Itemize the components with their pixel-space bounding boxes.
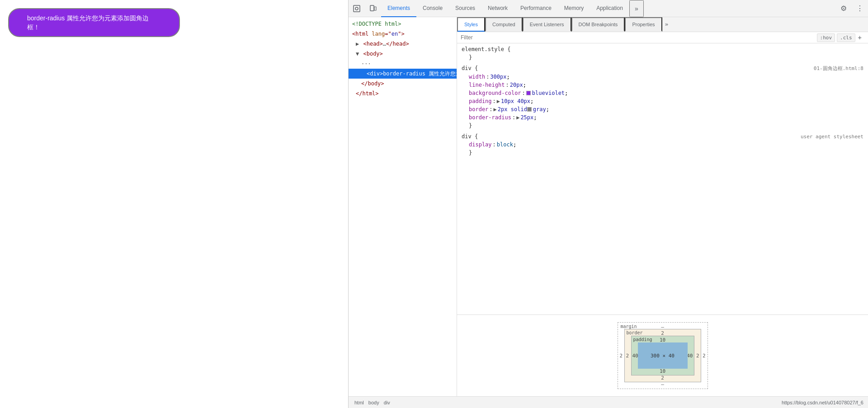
filter-hov-btn[interactable]: :hov: [817, 33, 835, 42]
tab-network[interactable]: Network: [481, 0, 514, 17]
rule-div: div { 01-圆角边框.html:8 width: 300px; line-…: [457, 65, 868, 130]
tab-sources[interactable]: Sources: [449, 0, 481, 17]
devtools-tabs: Elements Console Sources Network Perform…: [381, 0, 835, 17]
breadcrumb-body[interactable]: body: [367, 400, 381, 405]
prop-width: width: 300px;: [462, 73, 863, 81]
demo-text: border-radius 属性允许您为元素添加圆角边框！: [27, 14, 149, 31]
padding-expand-arrow[interactable]: ▶: [497, 97, 500, 105]
content-box: 300 × 40: [638, 342, 688, 369]
tab-properties[interactable]: Properties: [625, 17, 662, 32]
prop-border: border: ▶ 2px solid gray;: [462, 105, 863, 113]
border-box: border 2 2 2 2 padding 10 10 40 40: [624, 329, 701, 382]
devtools-toolbar: Elements Console Sources Network Perform…: [349, 0, 868, 17]
devtools-bottom: html body div https://blog.csdn.net/u014…: [349, 396, 868, 408]
prop-line-height: line-height: 20px;: [462, 81, 863, 89]
main-content: border-radius 属性允许您为元素添加圆角边框！: [0, 0, 348, 408]
border-radius-expand-arrow[interactable]: ▶: [516, 113, 519, 122]
svg-point-1: [355, 7, 358, 10]
devtools-body: <!DOCTYPE html> <html lang="en"> ▶ <head…: [349, 17, 868, 396]
rule-selector: element.style {: [462, 46, 510, 52]
tab-dom-breakpoints[interactable]: DOM Breakpoints: [571, 17, 625, 32]
devtools-panel: Elements Console Sources Network Perform…: [348, 0, 868, 408]
svg-rect-3: [374, 7, 376, 10]
dom-head[interactable]: ▶ <head>…</head>: [349, 39, 457, 49]
box-model: margin – – 2 2 border 2 2 2 2 paddin: [457, 314, 868, 396]
menu-icon[interactable]: ⋮: [852, 0, 868, 17]
inspect-icon[interactable]: [349, 0, 365, 17]
border-bottom-val: 2: [661, 375, 664, 381]
dom-body-open[interactable]: ▼ <body>: [349, 49, 457, 59]
tab-application[interactable]: Application: [590, 0, 629, 17]
padding-label: padding: [633, 337, 652, 342]
rule-div-selector: div {: [462, 65, 478, 71]
styles-panel: Styles Computed Event Listeners DOM Brea…: [457, 17, 868, 396]
settings-icon[interactable]: ⚙: [835, 0, 852, 17]
padding-right-val: 40: [687, 353, 693, 359]
devtools-url: https://blog.csdn.net/u014078027/f_6: [782, 400, 863, 405]
content-size: 300 × 40: [651, 353, 675, 359]
prop-border-radius: border-radius: ▶ 25px;: [462, 113, 863, 122]
svg-rect-0: [354, 5, 360, 12]
rule-ua-source: user agent stylesheet: [801, 134, 863, 140]
dom-html-close[interactable]: </html>: [349, 89, 457, 98]
tab-event-listeners[interactable]: Event Listeners: [523, 17, 571, 32]
prop-padding: padding: ▶ 10px 40px;: [462, 97, 863, 105]
border-label: border: [627, 330, 643, 335]
more-tabs-icon[interactable]: »: [629, 0, 644, 17]
rule-div-source: 01-圆角边框.html:8: [814, 65, 863, 72]
tab-styles[interactable]: Styles: [457, 17, 485, 32]
margin-label: margin: [621, 324, 637, 329]
rule-user-agent: div { user agent stylesheet display: blo…: [457, 133, 868, 157]
devtools-settings: ⚙ ⋮: [835, 0, 868, 17]
tab-console[interactable]: Console: [416, 0, 449, 17]
styles-content[interactable]: element.style { } div { 01-圆角边框.html:8 w…: [457, 43, 868, 314]
dom-html[interactable]: <html lang="en">: [349, 29, 457, 39]
rule-ua-selector: div {: [462, 133, 478, 140]
breadcrumb-html[interactable]: html: [353, 400, 365, 405]
styles-tabs: Styles Computed Event Listeners DOM Brea…: [457, 17, 868, 32]
border-left-val: 2: [626, 353, 629, 359]
padding-box: padding 10 10 40 40 300 × 40: [631, 336, 694, 375]
dom-panel[interactable]: <!DOCTYPE html> <html lang="en"> ▶ <head…: [349, 17, 457, 396]
breadcrumb-div[interactable]: div: [382, 400, 392, 405]
margin-left-val: 2: [620, 353, 623, 359]
dom-ellipsis-line[interactable]: ···: [349, 59, 457, 69]
dom-div-selected[interactable]: <div>border-radius 属性允许您为元素添加圆角边框！ </div…: [349, 69, 457, 79]
border-expand-arrow[interactable]: ▶: [494, 105, 497, 113]
filter-input[interactable]: [461, 34, 815, 41]
svg-rect-2: [370, 5, 374, 11]
rule-element-style: element.style { }: [457, 46, 868, 61]
tab-elements[interactable]: Elements: [381, 0, 416, 17]
dom-body-close[interactable]: </body>: [349, 79, 457, 89]
dom-doctype[interactable]: <!DOCTYPE html>: [349, 19, 457, 29]
tab-computed[interactable]: Computed: [485, 17, 523, 32]
margin-right-val: 2: [703, 353, 706, 359]
border-color-swatch[interactable]: [527, 107, 532, 112]
margin-box: margin – – 2 2 border 2 2 2 2 paddin: [618, 322, 708, 389]
filter-bar: :hov .cls +: [457, 32, 868, 43]
border-right-val: 2: [696, 353, 699, 359]
styles-more-icon[interactable]: »: [662, 17, 671, 32]
filter-add-btn[interactable]: +: [855, 33, 864, 42]
padding-bottom-val: 10: [660, 368, 665, 374]
filter-cls-btn[interactable]: .cls: [837, 33, 855, 42]
bg-color-swatch[interactable]: [526, 91, 531, 95]
demo-element: border-radius 属性允许您为元素添加圆角边框！: [8, 8, 180, 37]
prop-background-color: background-color: blueviolet;: [462, 89, 863, 97]
prop-display: display: block;: [462, 141, 863, 149]
tab-performance[interactable]: Performance: [514, 0, 558, 17]
tab-memory[interactable]: Memory: [558, 0, 590, 17]
device-toggle-icon[interactable]: [365, 0, 381, 17]
